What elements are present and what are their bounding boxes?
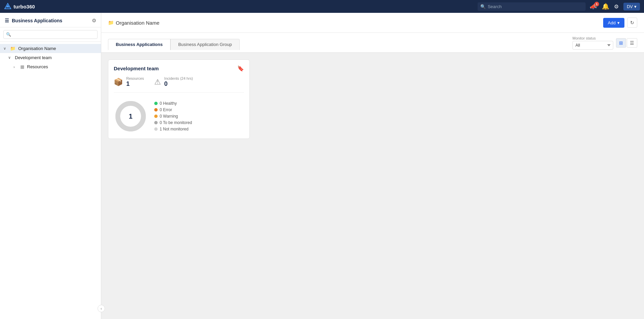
layout: ☰ Business Applications ⚙ 🔍 ∨ 📁 Organisa… bbox=[0, 13, 644, 319]
app-name: turbo360 bbox=[14, 4, 35, 9]
sidebar: ☰ Business Applications ⚙ 🔍 ∨ 📁 Organisa… bbox=[0, 13, 101, 319]
resources-value: 1 bbox=[126, 80, 144, 88]
development-team-card: Development team 🔖 📦 Resources 1 ⚠ bbox=[108, 59, 250, 139]
sidebar-search-input[interactable] bbox=[3, 30, 98, 39]
sidebar-item-resources[interactable]: › ▦ Resources bbox=[0, 62, 101, 71]
search-bar[interactable]: 🔍 bbox=[478, 2, 586, 11]
healthy-dot bbox=[154, 102, 158, 105]
list-view-button[interactable]: ☰ bbox=[627, 38, 637, 48]
sidebar-title-label: Business Applications bbox=[12, 18, 62, 23]
resources-icon: 📦 bbox=[114, 78, 123, 87]
sidebar-item-resources-label: Resources bbox=[27, 64, 48, 69]
donut-center-value: 1 bbox=[129, 113, 132, 120]
notifications-button[interactable]: 📣 1 bbox=[590, 3, 597, 9]
sidebar-item-devteam[interactable]: ∨ Development team bbox=[0, 53, 101, 62]
app-logo: turbo360 bbox=[4, 3, 35, 10]
bookmark-icon[interactable]: 🔖 bbox=[237, 65, 244, 72]
card-title: Development team bbox=[114, 66, 159, 71]
incidents-icon: ⚠ bbox=[154, 78, 161, 87]
add-button[interactable]: Add ▾ bbox=[603, 18, 624, 28]
main-actions: Add ▾ ↻ bbox=[603, 18, 637, 28]
view-toggle: ⊞ ☰ bbox=[616, 38, 637, 48]
monitor-status-label: Monitor status bbox=[572, 36, 613, 40]
error-dot bbox=[154, 108, 158, 112]
donut-chart: 1 bbox=[114, 99, 147, 133]
chevron-down-icon: ∨ bbox=[8, 55, 14, 60]
incidents-label: Incidents (24 hrs) bbox=[164, 76, 193, 80]
warning-dot bbox=[154, 115, 158, 118]
chevron-down-icon: ▾ bbox=[634, 4, 637, 9]
bell-button[interactable]: 🔔 bbox=[602, 3, 609, 9]
sidebar-title-area: ☰ Business Applications bbox=[5, 18, 62, 23]
legend-error: 0 Error bbox=[154, 107, 192, 112]
legend-to-be-monitored: 0 To be monitored bbox=[154, 120, 192, 125]
monitor-status-control: Monitor status All Healthy Error Warning… bbox=[572, 36, 613, 50]
warning-label: 0 Warning bbox=[160, 114, 178, 119]
sidebar-header: ☰ Business Applications ⚙ bbox=[0, 13, 101, 27]
chevron-right-icon: › bbox=[14, 65, 19, 69]
card-header: Development team 🔖 bbox=[114, 65, 244, 72]
sidebar-search-area[interactable]: 🔍 bbox=[0, 27, 101, 42]
user-menu-button[interactable]: DV ▾ bbox=[623, 3, 640, 10]
add-chevron-icon: ▾ bbox=[617, 20, 620, 25]
settings-icon[interactable]: ⚙ bbox=[614, 3, 619, 10]
sidebar-tree: ∨ 📁 Organisation Name ∨ Development team… bbox=[0, 42, 101, 319]
sidebar-item-org[interactable]: ∨ 📁 Organisation Name bbox=[0, 44, 101, 53]
sidebar-item-org-label: Organisation Name bbox=[18, 46, 56, 51]
error-label: 0 Error bbox=[160, 107, 172, 112]
resources-stat: 📦 Resources 1 bbox=[114, 76, 144, 88]
search-icon: 🔍 bbox=[480, 4, 486, 9]
resources-label: Resources bbox=[126, 76, 144, 80]
tabs-right-controls: Monitor status All Healthy Error Warning… bbox=[572, 36, 637, 52]
folder-icon: 📁 bbox=[10, 46, 16, 51]
card-chart-area: 1 0 Healthy 0 Error 0 War bbox=[114, 98, 244, 133]
add-label: Add bbox=[608, 20, 616, 25]
content-area: Development team 🔖 📦 Resources 1 ⚠ bbox=[101, 53, 644, 319]
main-area: 📁 Organisation Name Add ▾ ↻ Business App… bbox=[101, 13, 644, 319]
chevron-down-icon: ∨ bbox=[3, 46, 9, 51]
grid-icon: ▦ bbox=[20, 64, 24, 69]
topnav-icons: 📣 1 🔔 ⚙ DV ▾ bbox=[590, 3, 640, 10]
card-view-button[interactable]: ⊞ bbox=[616, 38, 626, 48]
breadcrumb-folder-icon: 📁 bbox=[108, 20, 114, 25]
refresh-icon: ↻ bbox=[630, 20, 634, 25]
to-be-monitored-dot bbox=[154, 121, 158, 124]
not-monitored-dot bbox=[154, 127, 158, 131]
sidebar-search-icon: 🔍 bbox=[6, 32, 11, 37]
sidebar-collapse-button[interactable]: ‹ bbox=[98, 305, 105, 312]
sidebar-settings-icon[interactable]: ⚙ bbox=[92, 18, 96, 24]
breadcrumb-text: Organisation Name bbox=[116, 20, 159, 26]
search-input[interactable] bbox=[478, 2, 586, 11]
business-apps-sidebar-icon: ☰ bbox=[5, 18, 9, 23]
incidents-stat: ⚠ Incidents (24 hrs) 0 bbox=[154, 76, 193, 88]
breadcrumb: 📁 Organisation Name bbox=[108, 20, 159, 26]
tabs: Business Applications Business Applicati… bbox=[108, 39, 240, 50]
chart-legend: 0 Healthy 0 Error 0 Warning 0 To be bbox=[154, 101, 192, 131]
user-label: DV bbox=[627, 4, 633, 9]
bell-icon: 🔔 bbox=[602, 3, 609, 10]
healthy-label: 0 Healthy bbox=[160, 101, 177, 106]
notification-badge: 1 bbox=[594, 2, 599, 6]
incidents-value: 0 bbox=[164, 80, 193, 88]
topnav: turbo360 🔍 📣 1 🔔 ⚙ DV ▾ bbox=[0, 0, 644, 13]
legend-healthy: 0 Healthy bbox=[154, 101, 192, 106]
sidebar-item-devteam-label: Development team bbox=[15, 55, 52, 60]
monitor-status-select[interactable]: All Healthy Error Warning To be monitore… bbox=[572, 41, 613, 50]
tabs-area: Business Applications Business Applicati… bbox=[101, 33, 644, 53]
logo-icon bbox=[4, 3, 11, 10]
tab-business-application-group[interactable]: Business Application Group bbox=[170, 39, 240, 50]
main-header: 📁 Organisation Name Add ▾ ↻ bbox=[101, 13, 644, 33]
not-monitored-label: 1 Not monitored bbox=[160, 127, 188, 131]
tab-business-applications[interactable]: Business Applications bbox=[108, 39, 170, 50]
refresh-button[interactable]: ↻ bbox=[627, 18, 637, 28]
card-stats: 📦 Resources 1 ⚠ Incidents (24 hrs) 0 bbox=[114, 76, 244, 93]
legend-warning: 0 Warning bbox=[154, 114, 192, 119]
to-be-monitored-label: 0 To be monitored bbox=[160, 120, 192, 125]
legend-not-monitored: 1 Not monitored bbox=[154, 127, 192, 131]
